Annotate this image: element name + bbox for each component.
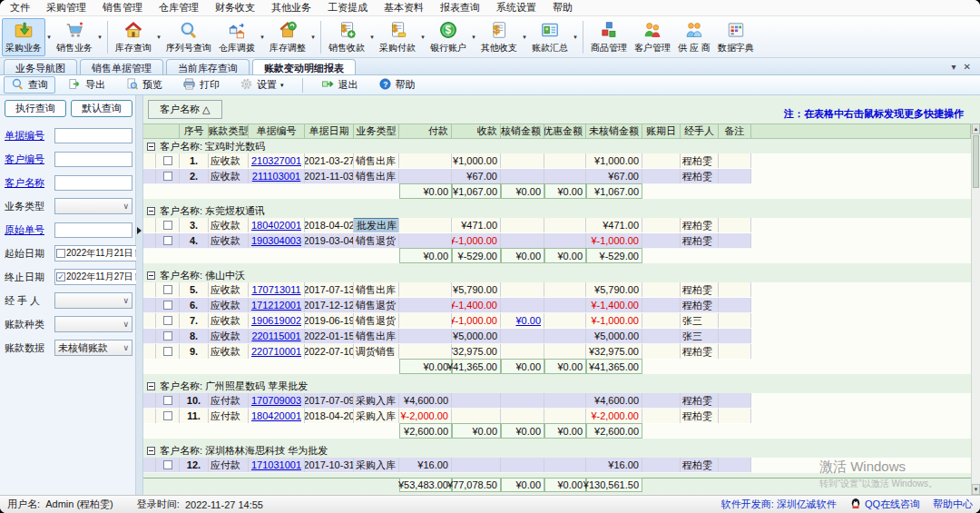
doc-number-link[interactable]: 211103001	[252, 171, 300, 182]
collapse-group-icon[interactable]	[147, 447, 155, 455]
field-label-customer-name[interactable]: 客户名称	[5, 176, 54, 190]
menu-item-3[interactable]: 仓库管理	[151, 0, 207, 15]
scroll-down-icon[interactable]: ▼	[972, 484, 980, 495]
doc-number-link[interactable]: 180402001	[251, 220, 301, 231]
toolbar-dropdown-icon[interactable]: ▾	[45, 18, 53, 56]
header-doc[interactable]: 单据编号	[249, 123, 305, 139]
toolbar-item-purchase-business[interactable]: 采购业务	[2, 18, 45, 56]
row-checkbox[interactable]	[163, 331, 172, 340]
header-writeoff[interactable]: 核销金额	[501, 123, 544, 139]
menu-item-0[interactable]: 文件	[2, 0, 38, 15]
doc-number-link[interactable]: 190619002	[251, 315, 301, 326]
handler-select[interactable]: ∨	[54, 292, 132, 309]
collapse-group-icon[interactable]	[147, 207, 155, 215]
help-button[interactable]: ?帮助	[371, 76, 423, 94]
collapse-group-icon[interactable]	[147, 271, 155, 280]
scroll-up-icon[interactable]: ▲	[972, 123, 980, 134]
row-checkbox[interactable]	[163, 221, 172, 230]
toolbar-dropdown-icon[interactable]: ▾	[368, 18, 376, 56]
toolbar-dropdown-icon[interactable]: ▾	[470, 18, 477, 56]
writeoff-amount-link[interactable]: ¥0.00	[515, 315, 541, 326]
doc-number-link[interactable]: 171212001	[251, 300, 301, 311]
toolbar-dropdown-icon[interactable]: ▾	[309, 18, 317, 56]
toolbar-item-sales-receipt[interactable]: $销售收款	[325, 18, 368, 56]
header-pay[interactable]: 付款	[399, 123, 452, 139]
menu-item-1[interactable]: 采购管理	[38, 0, 94, 15]
toolbar-item-product-management[interactable]: 商品管理	[587, 18, 631, 56]
header-biz[interactable]: 业务类型	[354, 123, 399, 139]
toolbar-item-purchase-payment[interactable]: $采购付款	[376, 18, 419, 56]
toolbar-item-account-summary[interactable]: 账款汇总	[528, 18, 572, 56]
row-checkbox[interactable]	[163, 156, 172, 165]
help-center-link[interactable]: 帮助中心	[933, 498, 973, 511]
vertical-scrollbar[interactable]: ▲ ▼	[971, 123, 980, 495]
collapse-group-icon[interactable]	[147, 143, 155, 151]
menu-item-4[interactable]: 财务收支	[207, 0, 263, 15]
orig-doc-no-input[interactable]	[54, 222, 132, 238]
settings-button[interactable]: 设置▾	[232, 76, 291, 94]
header-note[interactable]: 备注	[719, 123, 751, 139]
toolbar-item-data-dictionary[interactable]: 数据字典	[714, 18, 758, 56]
default-query-button[interactable]: 默认查询	[71, 100, 132, 117]
run-query-button[interactable]: 执行查询	[5, 100, 66, 117]
header-date[interactable]: 单据日期	[305, 123, 354, 139]
menu-item-7[interactable]: 基本资料	[376, 0, 432, 15]
exit-button[interactable]: 退出	[314, 76, 366, 94]
row-checkbox[interactable]	[163, 285, 172, 294]
header-unwritten[interactable]: 未核销金额	[586, 123, 642, 139]
toolbar-dropdown-icon[interactable]: ▾	[419, 18, 426, 56]
header-no[interactable]: 序号	[180, 123, 209, 139]
row-checkbox[interactable]	[163, 316, 172, 325]
row-checkbox[interactable]	[163, 396, 172, 405]
menu-item-9[interactable]: 系统设置	[488, 0, 544, 15]
tab-2[interactable]: 当前库存查询	[166, 59, 250, 74]
selected-cell[interactable]: 批发出库	[354, 219, 399, 232]
row-checkbox[interactable]	[163, 347, 172, 356]
checkbox-unchecked-icon[interactable]	[56, 249, 65, 258]
toolbar-dropdown-icon[interactable]: ▾	[96, 18, 103, 56]
header-type[interactable]: 账款类型	[209, 123, 249, 139]
customer-name-input[interactable]	[54, 175, 132, 191]
toolbar-item-warehouse-transfer[interactable]: 仓库调拨	[215, 18, 259, 56]
doc-number-link[interactable]: 180420001	[251, 410, 301, 421]
doc-no-input[interactable]	[54, 128, 132, 143]
menu-item-5[interactable]: 其他业务	[263, 0, 319, 15]
scrollbar-thumb[interactable]	[973, 135, 979, 188]
menu-item-2[interactable]: 销售管理	[94, 0, 151, 15]
menu-item-8[interactable]: 报表查询	[432, 0, 488, 15]
toolbar-item-sales-business[interactable]: 销售业务	[53, 18, 96, 56]
preview-button[interactable]: 预览	[118, 76, 170, 94]
tab-0[interactable]: 业务导航图	[4, 59, 77, 74]
developer-link[interactable]: 软件开发商: 深圳亿诚软件	[721, 498, 837, 511]
row-checkbox[interactable]	[163, 460, 172, 469]
header-discount[interactable]: 优惠金额	[544, 123, 586, 139]
toolbar-item-supplier[interactable]: 供 应 商	[674, 18, 714, 56]
doc-number-link[interactable]: 190304003	[251, 235, 301, 246]
row-checkbox[interactable]	[163, 236, 172, 245]
print-button[interactable]: 打印	[175, 76, 227, 94]
toolbar-item-inventory-query[interactable]: 库存查询	[112, 18, 155, 56]
row-checkbox[interactable]	[163, 411, 172, 420]
doc-number-link[interactable]: 170709003	[251, 395, 301, 406]
tab-close-icon[interactable]: ✕	[964, 62, 971, 72]
toolbar-item-inventory-adjust[interactable]: 库存调整	[266, 18, 309, 56]
doc-number-link[interactable]: 210327001	[251, 155, 301, 166]
header-handler[interactable]: 经手人	[681, 123, 719, 139]
collapse-group-icon[interactable]	[147, 382, 155, 390]
biz-type-select[interactable]: ∨	[54, 198, 132, 214]
field-label-doc-no[interactable]: 单据编号	[5, 129, 54, 143]
query-button[interactable]: 查询	[4, 76, 55, 94]
field-label-customer-no[interactable]: 客户编号	[5, 153, 54, 166]
field-label-orig-doc-no[interactable]: 原始单号	[5, 223, 54, 237]
toolbar-item-customer-management[interactable]: 客户管理	[631, 18, 674, 56]
header-due[interactable]: 账期日	[642, 123, 681, 139]
qq-online-link[interactable]: QQ在线咨询	[865, 498, 920, 511]
toolbar-dropdown-icon[interactable]: ▾	[259, 18, 266, 56]
doc-number-link[interactable]: 171031001	[251, 459, 301, 470]
row-checkbox[interactable]	[163, 172, 172, 181]
toolbar-dropdown-icon[interactable]: ▾	[155, 18, 162, 56]
tab-1[interactable]: 销售单据管理	[80, 59, 163, 74]
doc-number-link[interactable]: 220710001	[251, 346, 301, 357]
toolbar-dropdown-icon[interactable]: ▾	[572, 18, 579, 56]
header-recv[interactable]: 收款	[452, 123, 501, 139]
